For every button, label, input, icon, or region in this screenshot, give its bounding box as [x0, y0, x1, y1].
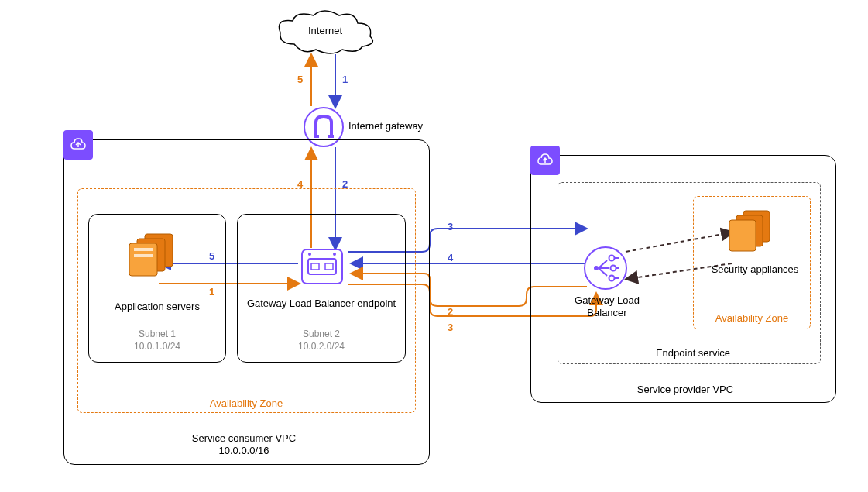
flow-orange-1: 1	[209, 286, 214, 298]
svg-rect-6	[134, 248, 153, 251]
flow-blue-3: 3	[448, 221, 453, 232]
consumer-vpc-cidr: 10.0.0.0/16	[136, 445, 352, 456]
internet-gateway-label: Internet gateway	[348, 120, 423, 132]
vpc-badge-icon	[63, 130, 93, 160]
provider-az-label: Availability Zone	[701, 312, 803, 324]
flow-blue-1: 1	[342, 74, 348, 85]
subnet1-cidr: 10.0.1.0/24	[93, 341, 221, 352]
glb-endpoint-icon	[300, 248, 344, 288]
subnet2-name: Subnet 2	[242, 329, 401, 339]
endpoint-service-label: Endpoint service	[643, 347, 743, 359]
subnet2-cidr: 10.0.2.0/24	[242, 341, 401, 352]
svg-point-18	[594, 266, 599, 270]
internet-label: Internet	[302, 25, 348, 36]
security-appliances-label: Security appliances	[708, 263, 801, 276]
security-appliances-icon	[728, 209, 779, 256]
flow-orange-3: 3	[448, 322, 453, 333]
flow-orange-5: 5	[297, 74, 303, 85]
subnet2-title: Gateway Load Balancer endpoint	[242, 298, 401, 310]
svg-rect-7	[134, 254, 153, 257]
svg-rect-1	[314, 135, 319, 138]
svg-point-13	[333, 253, 336, 256]
glb-label: Gateway Load Balancer	[567, 294, 647, 320]
svg-rect-2	[328, 135, 334, 138]
subnet1-title: Application servers	[93, 301, 221, 312]
glb-icon	[584, 246, 627, 293]
flow-orange-2: 2	[448, 306, 453, 318]
provider-vpc-title: Service provider VPC	[619, 384, 751, 395]
flow-orange-4: 4	[297, 178, 303, 190]
app-servers-icon	[128, 232, 184, 282]
flow-blue-4: 4	[448, 252, 453, 263]
consumer-vpc-title: Service consumer VPC	[136, 432, 352, 444]
provider-vpc-badge-icon	[530, 146, 560, 175]
svg-point-12	[308, 253, 311, 256]
consumer-az-label: Availability Zone	[192, 397, 300, 409]
flow-blue-5: 5	[209, 250, 214, 262]
subnet1-name: Subnet 1	[93, 329, 221, 339]
flow-blue-2: 2	[342, 178, 348, 190]
svg-rect-16	[729, 220, 756, 251]
